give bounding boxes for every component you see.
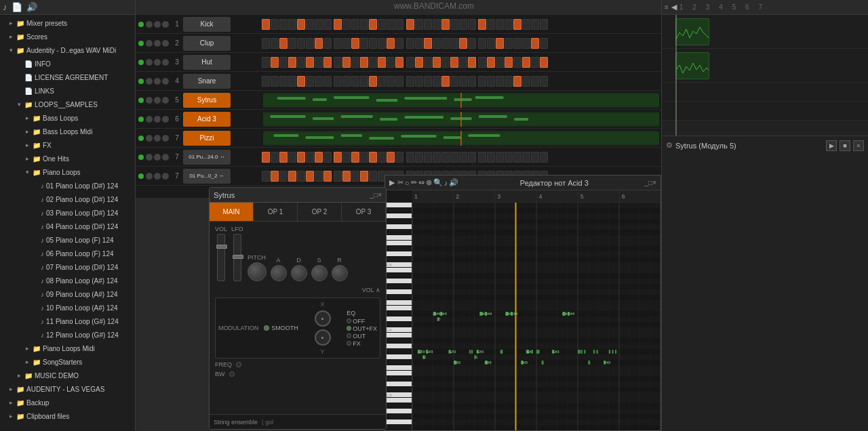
piano-key-F3[interactable]: [385, 365, 412, 371]
sp-freq-btn[interactable]: [236, 362, 241, 367]
sidebar-item-pl02[interactable]: ♪02 Piano Loop (D#) 124: [0, 192, 135, 206]
step-pad-5[interactable]: [306, 19, 314, 30]
step-pad-30[interactable]: [531, 152, 539, 163]
sidebar-item-license[interactable]: 📄LICENSE AGREEMENT: [0, 70, 135, 84]
step-pad-3[interactable]: [288, 152, 296, 163]
step-pad-6[interactable]: [315, 171, 323, 182]
step-pad-26[interactable]: [496, 57, 504, 68]
step-pad-1[interactable]: [271, 76, 279, 87]
step-pad-15[interactable]: [395, 57, 403, 68]
step-pad-1[interactable]: [271, 152, 279, 163]
sp-y-knob[interactable]: [315, 329, 331, 346]
piano-key-G3[interactable]: [385, 354, 412, 360]
step-pad-5[interactable]: [306, 57, 314, 68]
step-pad-2[interactable]: [279, 19, 288, 30]
piano-key-D4[interactable]: [385, 316, 412, 322]
step-pad-18[interactable]: [424, 76, 432, 87]
step-pad-30[interactable]: [531, 76, 539, 87]
step-pad-9[interactable]: [342, 171, 351, 182]
pr-tool-2[interactable]: ○: [405, 179, 410, 187]
pr-tool-7[interactable]: ♪: [444, 179, 448, 187]
step-pad-9[interactable]: [342, 152, 351, 163]
seq-instrument-name[interactable]: Pizzi: [183, 131, 231, 146]
step-pad-0[interactable]: [262, 171, 270, 182]
step-pad-8[interactable]: [334, 171, 342, 182]
step-pad-7[interactable]: [323, 38, 332, 49]
piano-key-D3[interactable]: [385, 382, 412, 387]
piano-key-G#5[interactable]: [385, 219, 412, 224]
step-pad-27[interactable]: [505, 19, 513, 30]
step-pad-19[interactable]: [433, 57, 441, 68]
seq-instrument-name[interactable]: Sytrus: [183, 93, 231, 108]
sp-lfo-handle[interactable]: [233, 255, 243, 259]
step-pad-20[interactable]: [441, 57, 450, 68]
sp-bw-btn[interactable]: [229, 371, 235, 377]
seq-btn-2[interactable]: [154, 116, 161, 123]
step-pad-1[interactable]: [271, 38, 279, 49]
seq-btn-3[interactable]: [162, 135, 169, 142]
seq-active-dot[interactable]: [138, 155, 144, 160]
step-pad-26[interactable]: [496, 152, 504, 163]
step-pad-15[interactable]: [395, 152, 403, 163]
step-pad-5[interactable]: [306, 76, 314, 87]
step-pad-21[interactable]: [450, 19, 458, 30]
step-pad-7[interactable]: [323, 76, 332, 87]
step-pad-6[interactable]: [315, 38, 323, 49]
sidebar-item-bass_loops_midi[interactable]: ▸📁Bass Loops Midi: [0, 125, 135, 138]
step-pad-13[interactable]: [378, 57, 386, 68]
step-pad-10[interactable]: [351, 171, 359, 182]
seq-active-dot[interactable]: [138, 136, 144, 141]
step-pad-11[interactable]: [360, 19, 368, 30]
rp-clip-2[interactable]: [675, 52, 709, 79]
step-pad-2[interactable]: [279, 57, 288, 68]
sp-x-knob[interactable]: [315, 310, 331, 327]
step-pad-30[interactable]: [531, 38, 539, 49]
seq-btn-3[interactable]: [162, 78, 169, 85]
piano-key-F#5[interactable]: [385, 230, 412, 235]
piano-key-E4[interactable]: [385, 306, 412, 311]
sp-vol-handle[interactable]: [216, 245, 227, 249]
step-pad-3[interactable]: [288, 171, 296, 182]
step-pad-2[interactable]: [279, 152, 288, 163]
step-pad-7[interactable]: [323, 171, 332, 182]
seq-btn-1[interactable]: [146, 154, 153, 161]
pr-tool-5[interactable]: ⊗: [426, 178, 432, 187]
piano-key-G#3[interactable]: [385, 349, 412, 354]
step-pad-31[interactable]: [540, 76, 548, 87]
step-pad-10[interactable]: [351, 76, 359, 87]
step-pad-11[interactable]: [360, 171, 368, 182]
seq-instrument-name[interactable]: Acid 3: [183, 112, 231, 127]
seq-btn-2[interactable]: [154, 21, 161, 28]
piano-key-B2[interactable]: [385, 398, 412, 403]
sidebar-item-links[interactable]: 📄LINKS: [0, 84, 135, 98]
sidebar-item-backup[interactable]: ▸📁Backup: [0, 396, 135, 409]
rp-scroll-left[interactable]: ◀: [671, 3, 677, 12]
step-pad-8[interactable]: [334, 76, 342, 87]
step-pad-18[interactable]: [424, 19, 432, 30]
seq-instrument-name[interactable]: Clup: [183, 36, 231, 51]
step-pad-31[interactable]: [540, 152, 548, 163]
step-pad-31[interactable]: [540, 38, 548, 49]
piano-key-G5[interactable]: [385, 224, 412, 230]
sidebar-item-fx[interactable]: ▸📁FX: [0, 138, 135, 152]
step-pad-20[interactable]: [441, 38, 450, 49]
seq-instrument-name[interactable]: 01 Pu...0_2 ↔: [183, 169, 231, 184]
step-pad-11[interactable]: [360, 57, 368, 68]
step-pad-24[interactable]: [478, 76, 486, 87]
step-pad-8[interactable]: [334, 38, 342, 49]
seq-btn-1[interactable]: [146, 173, 153, 180]
piano-key-A#4[interactable]: [385, 273, 412, 279]
step-pad-11[interactable]: [360, 152, 368, 163]
sp-eq-fx[interactable]: FX: [347, 340, 377, 347]
step-pad-31[interactable]: [540, 19, 548, 30]
sidebar-item-pl01[interactable]: ♪01 Piano Loop (D#) 124: [0, 179, 135, 192]
step-pad-13[interactable]: [378, 38, 386, 49]
sp-close[interactable]: ×: [378, 191, 382, 199]
sp-lfo-slider[interactable]: [233, 234, 241, 281]
step-pad-12[interactable]: [369, 57, 377, 68]
seq-btn-1[interactable]: [146, 40, 153, 47]
piano-key-C#4[interactable]: [385, 322, 412, 327]
step-pad-1[interactable]: [271, 57, 279, 68]
step-pad-6[interactable]: [315, 57, 323, 68]
seq-btn-1[interactable]: [146, 21, 153, 28]
